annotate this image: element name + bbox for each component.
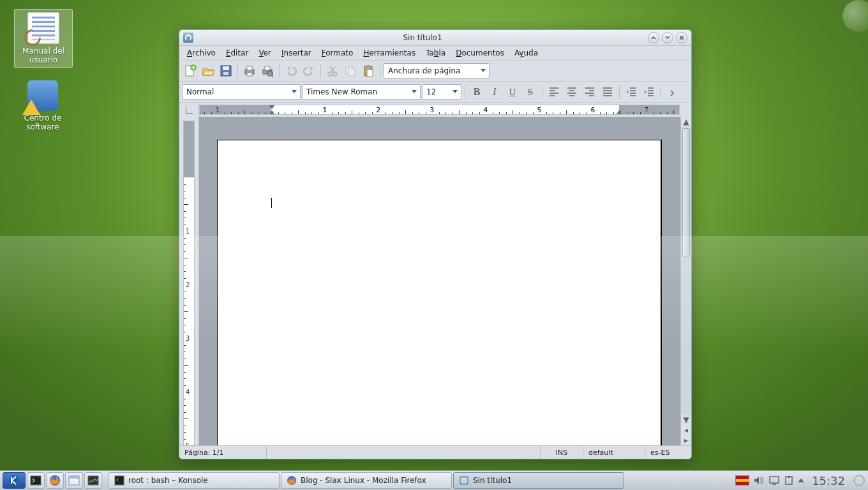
align-justify-button[interactable] <box>599 84 616 100</box>
desktop-icon-software-center[interactable]: Centro de software <box>14 80 71 131</box>
font-size-combo[interactable]: 12 <box>422 84 461 100</box>
task-konsole[interactable]: root : bash – Konsole <box>108 472 280 489</box>
separator <box>542 85 542 99</box>
svg-rect-29 <box>770 477 779 483</box>
close-button[interactable] <box>676 32 687 43</box>
zoom-label: Anchura de página <box>388 66 460 75</box>
ruler-indent-left[interactable] <box>269 110 275 115</box>
launcher-monitor[interactable] <box>84 472 102 489</box>
copy-button[interactable] <box>342 63 359 79</box>
desktop-orb <box>842 0 868 32</box>
svg-rect-18 <box>367 70 373 77</box>
scroll-thumb[interactable] <box>682 128 690 257</box>
ruler-corner[interactable] <box>179 103 199 117</box>
logout-icon[interactable] <box>853 474 865 487</box>
underline-button[interactable]: U <box>504 84 521 100</box>
scrollbar-vertical[interactable]: ▲ ▼ ◂ ▸ <box>680 117 691 445</box>
save-button[interactable] <box>218 63 234 79</box>
redo-button[interactable] <box>301 63 317 79</box>
menu-tabla[interactable]: Tabla <box>421 47 451 59</box>
menu-ayuda[interactable]: Ayuda <box>509 47 543 59</box>
scroll-down-button[interactable]: ▼ <box>681 415 691 425</box>
status-style[interactable]: default <box>583 446 645 459</box>
ruler-indent-right[interactable] <box>616 110 622 115</box>
ruler-vertical[interactable]: 12345 <box>179 117 199 445</box>
statusbar: Página: 1/1 INS default es-ES <box>179 445 691 459</box>
bold-button[interactable]: B <box>468 84 485 100</box>
svg-rect-7 <box>247 73 252 76</box>
style-value: Normal <box>186 87 214 96</box>
launcher-filemanager[interactable] <box>65 472 83 489</box>
menu-archivo[interactable]: Archivo <box>182 47 221 59</box>
menu-documentos[interactable]: Documentos <box>451 47 509 59</box>
software-icon <box>27 80 58 111</box>
next-page-button[interactable]: ▸ <box>681 435 691 445</box>
clock[interactable]: 15:32 <box>812 474 845 487</box>
app-icon <box>183 33 193 43</box>
task-firefox[interactable]: Blog - Slax Linux - Mozilla Firefox <box>281 472 452 489</box>
task-label: Blog - Slax Linux - Mozilla Firefox <box>301 476 426 485</box>
print-preview-button[interactable] <box>259 63 276 79</box>
menubar: Archivo Editar Ver Insertar Formato Herr… <box>179 46 691 60</box>
document-area: 12345 ▲ ▼ ◂ ▸ <box>179 117 691 445</box>
separator <box>279 64 280 78</box>
separator <box>619 85 620 99</box>
desktop-icon-label: Centro de software <box>14 114 71 131</box>
cut-button[interactable] <box>324 63 341 79</box>
clipboard-icon[interactable] <box>784 475 794 486</box>
status-insert[interactable]: INS <box>541 446 583 459</box>
style-combo[interactable]: Normal <box>182 84 301 100</box>
scroll-up-button[interactable]: ▲ <box>681 117 691 127</box>
font-combo[interactable]: Times New Roman <box>302 84 421 100</box>
svg-rect-27 <box>460 477 468 484</box>
print-button[interactable] <box>241 63 258 79</box>
align-left-button[interactable] <box>546 84 562 100</box>
task-abiword[interactable]: Sin título1 <box>453 472 624 489</box>
menu-formato[interactable]: Formato <box>317 47 359 59</box>
launcher-terminal[interactable] <box>27 472 45 489</box>
document-page[interactable] <box>217 140 662 445</box>
svg-rect-25 <box>115 476 124 485</box>
menu-ver[interactable]: Ver <box>253 47 276 59</box>
display-icon[interactable] <box>768 475 780 486</box>
kickoff-button[interactable] <box>3 472 26 489</box>
tray-expand-icon[interactable] <box>798 479 804 482</box>
indent-increase-button[interactable] <box>641 84 657 100</box>
titlebar[interactable]: Sin título1 <box>179 30 691 46</box>
desktop-icon-manual[interactable]: Manual del usuario <box>14 9 73 68</box>
strike-button[interactable]: S <box>522 84 539 100</box>
indent-decrease-button[interactable] <box>623 84 640 100</box>
menu-editar[interactable]: Editar <box>221 47 254 59</box>
status-lang[interactable]: es-ES <box>645 446 691 459</box>
svg-point-33 <box>854 475 864 486</box>
maximize-button[interactable] <box>662 32 673 43</box>
separator <box>380 64 380 78</box>
volume-icon[interactable] <box>753 475 765 486</box>
new-button[interactable] <box>182 63 198 79</box>
align-center-button[interactable] <box>564 84 580 100</box>
keyboard-layout-icon[interactable] <box>735 475 749 486</box>
menu-herramientas[interactable]: Herramientas <box>358 47 421 59</box>
separator <box>661 85 661 99</box>
align-right-button[interactable] <box>581 84 598 100</box>
open-button[interactable] <box>200 63 216 79</box>
more-button[interactable] <box>664 84 681 100</box>
status-spacer <box>267 446 541 459</box>
svg-rect-6 <box>247 66 252 70</box>
ruler-indent-first[interactable] <box>269 105 275 109</box>
paste-button[interactable] <box>360 63 377 79</box>
svg-rect-32 <box>788 476 790 478</box>
svg-rect-4 <box>223 72 228 75</box>
menu-insertar[interactable]: Insertar <box>276 47 317 59</box>
zoom-combo[interactable]: Anchura de página <box>384 63 490 78</box>
format-toolbar: Normal Times New Roman 12 B I U S <box>179 81 691 102</box>
minimize-button[interactable] <box>648 32 659 43</box>
undo-button[interactable] <box>283 63 299 79</box>
svg-point-19 <box>9 475 19 486</box>
launcher-firefox[interactable] <box>46 472 64 489</box>
prev-page-button[interactable]: ◂ <box>681 425 691 435</box>
ruler-horizontal[interactable]: 11234561234567 <box>179 102 691 117</box>
italic-button[interactable]: I <box>486 84 503 100</box>
svg-point-13 <box>333 72 337 76</box>
page-viewport[interactable] <box>199 117 680 445</box>
